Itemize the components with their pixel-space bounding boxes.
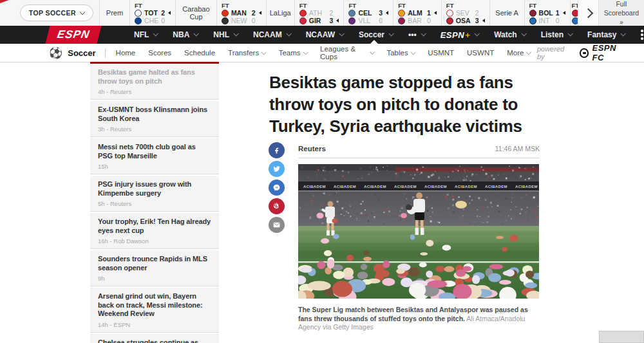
subnav-brand[interactable]: Soccer xyxy=(68,48,105,58)
espn-logo[interactable]: ESPN xyxy=(46,26,102,44)
nav-item-ncaaw[interactable]: NCAAW xyxy=(298,26,351,44)
winner-indicator xyxy=(168,11,171,15)
top-soccer-dropdown[interactable]: TOP SOCCER xyxy=(20,5,93,21)
nav-item-nba[interactable]: NBA xyxy=(165,26,205,44)
team-score: 2 xyxy=(475,9,479,17)
winner-indicator xyxy=(563,11,565,15)
article: Besiktas game stopped as fans throw toys… xyxy=(269,71,543,343)
byline-row: Reuters 11:46 AM MSK xyxy=(298,145,540,158)
messenger-share-icon[interactable] xyxy=(269,180,285,196)
chevron-down-icon xyxy=(233,31,238,36)
nav-item-nfl[interactable]: NFL xyxy=(126,26,165,44)
pinterest-share-icon[interactable] xyxy=(269,198,285,214)
chevron-down-icon xyxy=(411,50,416,55)
subnav-item-scores[interactable]: Scores xyxy=(142,49,178,57)
team-abbr: BOL xyxy=(539,9,553,17)
chevron-down-icon xyxy=(521,31,526,36)
team-crest xyxy=(135,17,142,24)
list-item[interactable]: Chelsea struggles continue as Spurs pile… xyxy=(90,334,219,343)
team-crest xyxy=(446,10,453,17)
team-abbr: CHE xyxy=(144,17,158,24)
league-label-prem: Prem xyxy=(99,0,129,26)
team-score: 0 xyxy=(427,17,431,24)
list-item[interactable]: Ex-USMNT boss Klinsmann joins South Kore… xyxy=(90,101,219,137)
nav-item-more-sports[interactable]: ••• xyxy=(401,26,433,44)
chevron-down-icon xyxy=(621,31,626,36)
subnav-item-more[interactable]: More xyxy=(500,49,537,57)
game-cell[interactable]: FT CEL 3 VLL 0 xyxy=(343,0,393,26)
photo-caption: The Super Lig match between Besiktas and… xyxy=(298,306,539,332)
game-cell[interactable]: FT SEV 2 OSA 3 xyxy=(441,0,489,26)
subnav-item-leagues-cups[interactable]: Leagues & Cups xyxy=(314,45,380,60)
team-score: 0 xyxy=(379,17,383,24)
team-crest xyxy=(222,10,229,17)
svg-text:ACIBADEM: ACIBADEM xyxy=(394,185,417,189)
game-cell[interactable]: FT MAN 2 NEW 0 xyxy=(216,0,266,26)
game-cell[interactable]: FT TOT 2 CHE 0 xyxy=(129,0,175,26)
nav-item-soccer[interactable]: Soccer xyxy=(351,26,401,44)
team-crest xyxy=(572,10,578,17)
chevron-down-icon xyxy=(370,50,374,54)
svg-text:ACIBADEM: ACIBADEM xyxy=(485,185,507,189)
subnav-item-teams[interactable]: Teams xyxy=(272,49,314,57)
league-label-carabao: Carabao Cup xyxy=(175,0,216,26)
scoreboard-next-button[interactable] xyxy=(578,0,598,26)
winner-indicator xyxy=(259,11,261,15)
team-abbr: NEW xyxy=(231,17,247,24)
apps-grid-icon[interactable] xyxy=(639,28,644,42)
scoreboard-filter-cell: TOP SOCCER xyxy=(0,0,99,26)
timestamp: 11:46 AM MSK xyxy=(495,145,540,153)
team-crest xyxy=(398,17,405,24)
chevron-down-icon xyxy=(475,31,480,36)
chevron-down-icon xyxy=(303,50,308,55)
article-photo: ACIBADEMACIBADEMACIBADEMACIBADEMACIBADEM… xyxy=(298,164,539,299)
subnav-item-home[interactable]: Home xyxy=(109,49,142,57)
game-cell-partial[interactable]: FT xyxy=(570,0,578,26)
subnav-item-schedule[interactable]: Schedule xyxy=(178,49,222,57)
game-cell[interactable]: FT ATH 2 GIR 3 xyxy=(294,0,344,26)
nav-item-ncaam[interactable]: NCAAM xyxy=(245,26,298,44)
nav-item-fantasy[interactable]: Fantasy xyxy=(580,26,632,44)
game-status: FT xyxy=(222,2,261,9)
team-abbr: ATH xyxy=(309,9,322,17)
game-cell[interactable]: FT BOL 1 INT 0 xyxy=(524,0,570,26)
svg-text:ACIBADEM: ACIBADEM xyxy=(334,185,356,189)
game-status: FT xyxy=(398,2,437,9)
list-item[interactable]: Messi nets 700th club goal as PSG top Ma… xyxy=(90,138,219,174)
team-crest xyxy=(398,10,405,17)
subnav-item-transfers[interactable]: Transfers xyxy=(222,49,272,57)
game-cell[interactable]: FT ALM 1 BAR 0 xyxy=(393,0,441,26)
nav-item-espn-plus[interactable]: ESPN+ xyxy=(433,26,487,44)
news-feed-sidebar: Besiktas game halted as fans throw toys … xyxy=(90,62,219,343)
facebook-share-icon[interactable] xyxy=(269,142,285,158)
soccer-subnav: ⚽ Soccer Home Scores Schedule Transfers … xyxy=(0,44,644,62)
team-crest xyxy=(222,17,229,24)
chevron-down-icon xyxy=(153,31,158,36)
team-crest xyxy=(446,17,453,24)
list-item[interactable]: Besiktas game halted as fans throw toys … xyxy=(90,64,219,100)
team-abbr: SEV xyxy=(456,9,469,17)
soccer-ball-icon: ⚽ xyxy=(49,48,62,59)
global-nav: ESPN NFL NBA NHL NCAAM NCAAW Soccer ••• … xyxy=(0,26,644,44)
game-status: FT xyxy=(299,2,339,9)
team-score: 3 xyxy=(330,17,334,24)
team-score: 0 xyxy=(556,17,560,24)
full-scoreboard-link[interactable]: Full Scoreboard » xyxy=(598,0,644,26)
nav-item-nhl[interactable]: NHL xyxy=(205,26,245,44)
top-soccer-label: TOP SOCCER xyxy=(29,9,76,17)
team-abbr: BAR xyxy=(408,17,422,24)
twitter-share-icon[interactable] xyxy=(269,161,285,177)
subnav-item-tables[interactable]: Tables xyxy=(380,49,421,57)
powered-by-label: powered by xyxy=(537,45,573,60)
subnav-item-usmnt[interactable]: USMNT xyxy=(421,49,460,57)
list-item[interactable]: Sounders trounce Rapids in MLS season op… xyxy=(90,250,219,286)
list-item[interactable]: Your trophy, Erik! Ten Hag already eyes … xyxy=(90,213,219,249)
list-item[interactable]: Arsenal grind out win, Bayern back on tr… xyxy=(90,288,219,333)
nav-item-watch[interactable]: Watch xyxy=(486,26,533,44)
list-item[interactable]: PSG injury issues grow with Kimpembe sur… xyxy=(90,176,219,212)
nav-item-listen[interactable]: Listen xyxy=(533,26,580,44)
chevron-down-icon xyxy=(286,31,291,36)
subnav-item-uswnt[interactable]: USWNT xyxy=(460,49,500,57)
email-share-icon[interactable] xyxy=(269,217,285,233)
svg-text:ACIBADEM: ACIBADEM xyxy=(303,185,326,189)
